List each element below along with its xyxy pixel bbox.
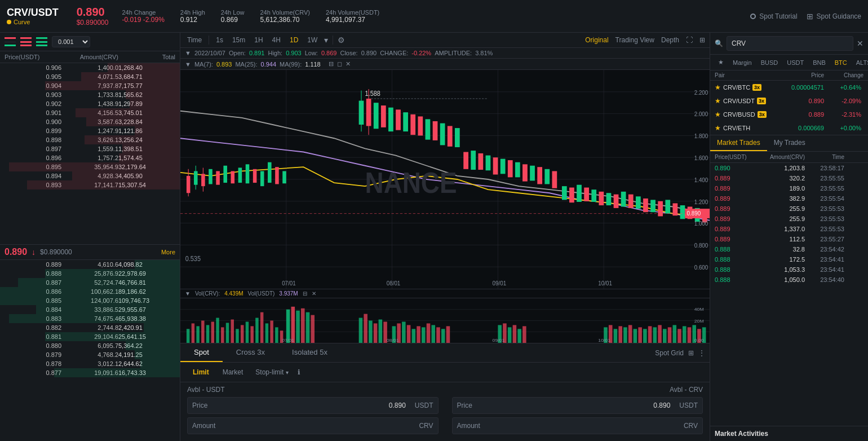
tab-btc[interactable]: BTC [831,58,851,68]
spot-grid-btn[interactable]: Spot Grid ⊞ ⋮ [655,343,710,362]
svg-rect-105 [201,321,204,343]
ma-close-icon[interactable]: ✕ [346,60,351,68]
svg-rect-57 [544,169,550,184]
tab-spot[interactable]: Spot [180,343,223,362]
svg-rect-113 [241,325,243,343]
grid-layout-icon[interactable]: ⊞ [699,36,705,44]
tab-busd[interactable]: BUSD [758,58,782,68]
table-row[interactable]: 0.885 124,007.6 109,746.73 [0,296,180,305]
vol-close-icon[interactable]: ✕ [312,290,316,297]
table-row[interactable]: 0.881 29,104.6 25,641.15 [0,332,180,341]
chevron-down-icon[interactable]: ▾ [324,36,328,45]
table-row[interactable]: 0.896 1,757.2 1,574.45 [0,153,180,162]
settings-icon[interactable]: ⚙ [338,36,345,45]
sell-price-input[interactable] [477,398,675,413]
vol-settings-icon[interactable]: ⊟ [303,290,307,297]
svg-rect-71 [650,200,656,212]
sell-amount-input[interactable] [485,418,679,434]
table-row[interactable]: 0.905 4,071.5 3,684.71 [0,72,180,81]
spot-guidance-btn[interactable]: ⊞ Spot Guidance [807,12,861,21]
ma-settings-icon[interactable]: ⊟ [329,60,334,68]
table-row[interactable]: 0.894 4,928.3 4,405.90 [0,171,180,180]
interval-1w[interactable]: 1W [305,35,320,45]
decimal-select[interactable]: 0.001 0.01 0.0001 [52,36,90,47]
tab-bnb[interactable]: BNB [809,58,829,68]
table-row[interactable]: 0.898 3,626.1 3,256.24 [0,135,180,144]
list-item: 0.889 255.9 23:55:53 [710,204,868,214]
svg-rect-139 [417,326,420,343]
ob-icon-bid[interactable] [36,37,47,46]
tab-usdt[interactable]: USDT [783,58,807,68]
tab-isolated5x[interactable]: Isolated 5x [278,343,341,362]
svg-rect-167 [677,329,681,343]
order-type-limit[interactable]: Limit [187,366,215,378]
table-row[interactable]: 0.879 4,768.2 4,191.25 [0,350,180,359]
price-chart-svg: 1.588 0.890 0.535 NANCE 2.200 2.000 1.80… [180,70,710,289]
tab-margin[interactable]: Margin [729,58,755,68]
interval-1s[interactable]: 1s [214,35,225,45]
table-row[interactable]: 0.889 4,610.6 4,098.82 [0,260,180,269]
table-row[interactable]: 0.882 2,744.8 2,420.91 [0,323,180,332]
order-type-market[interactable]: Market [217,366,249,378]
original-view-btn[interactable]: Original [585,36,608,44]
buy-price-input[interactable] [212,398,410,413]
close-icon[interactable]: ✕ [857,39,863,48]
table-row[interactable]: 0.903 1,733.8 1,565.62 [0,90,180,99]
depth-view-btn[interactable]: Depth [661,36,679,44]
order-type-stop-limit[interactable]: Stop-limit ▾ [251,366,293,378]
trades-section: Market Trades My Trades Price(USDT) Amou… [710,135,868,426]
ma-eye-icon[interactable]: ◻ [337,60,342,68]
expand-icon[interactable]: ⛶ [686,36,693,44]
table-row[interactable]: 0.900 3,587.6 3,228.84 [0,117,180,126]
svg-rect-56 [537,167,542,184]
tab-market-trades[interactable]: Market Trades [710,135,767,151]
interval-1d[interactable]: 1D [287,35,300,45]
table-row[interactable]: 0.904 7,937.8 7,175.77 [0,81,180,90]
svg-rect-66 [614,195,619,208]
tab-cross3x[interactable]: Cross 3x [223,343,278,362]
ob-icon-ask[interactable] [20,37,32,46]
list-item[interactable]: ★ CRV/BTC 3x 0.00004571 +0.64% [710,81,868,94]
table-row[interactable]: 0.886 100,662.1 89,186.62 [0,287,180,296]
interval-4h[interactable]: 4H [270,35,283,45]
table-row[interactable]: 0.906 1,400.0 1,268.40 [0,63,180,72]
table-row[interactable]: 0.880 6,095.7 5,364.22 [0,341,180,350]
search-input[interactable] [727,36,853,51]
interval-15m[interactable]: 15m [230,35,247,45]
list-item[interactable]: ★ CRV/ETH 0.000669 +0.00% [710,121,868,135]
svg-rect-63 [591,189,596,202]
interval-1h[interactable]: 1H [252,35,265,45]
table-row[interactable]: 0.887 52,724.7 46,766.81 [0,278,180,287]
table-row[interactable]: 0.888 25,876.9 22,978.69 [0,269,180,278]
trading-view-btn[interactable]: Trading View [615,36,654,44]
svg-rect-72 [658,201,663,217]
tab-alts[interactable]: ALTS [853,58,868,68]
table-row[interactable]: 0.884 33,886.5 29,955.67 [0,305,180,314]
table-row[interactable]: 0.883 74,675.4 65,938.38 [0,314,180,323]
table-row[interactable]: 0.893 17,141.7 15,307.54 [0,180,180,189]
list-item[interactable]: ★ CRV/BUSD 3x 0.889 -2.31% [710,108,868,121]
table-row[interactable]: 0.899 1,247.9 1,121.86 [0,126,180,135]
svg-rect-112 [236,329,238,343]
svg-text:40M: 40M [694,306,704,311]
tab-my-trades[interactable]: My Trades [767,135,812,151]
list-item[interactable]: ★ CRV/USDT 3x 0.890 -2.09% [710,94,868,108]
market-list-header: Pair Price Change [710,70,868,81]
list-item: 0.889 112.5 23:55:27 [710,234,868,244]
search-box: 🔍 ✕ [710,33,868,55]
vol-expand-arrow: ▼ [185,290,191,297]
table-row[interactable]: 0.901 4,156.5 3,745.01 [0,108,180,117]
star-tab[interactable]: ★ [715,57,727,68]
table-row[interactable]: 0.902 1,438.9 1,297.89 [0,99,180,108]
table-row[interactable]: 0.878 3,012.1 2,644.62 [0,359,180,368]
list-item: 0.889 1,337.0 23:55:53 [710,224,868,234]
table-row[interactable]: 0.877 19,091.6 16,743.33 [0,368,180,377]
more-link[interactable]: More [161,249,175,255]
ob-icon-all[interactable] [5,37,16,46]
buy-amount-input[interactable] [220,418,414,434]
table-row[interactable]: 0.897 1,559.1 1,398.51 [0,144,180,153]
info-icon[interactable]: ℹ [298,368,300,376]
svg-text:NANCE: NANCE [365,167,457,199]
table-row[interactable]: 0.895 35,954.9 32,179.64 [0,162,180,171]
spot-tutorial-btn[interactable]: Spot Tutorial [750,12,797,20]
